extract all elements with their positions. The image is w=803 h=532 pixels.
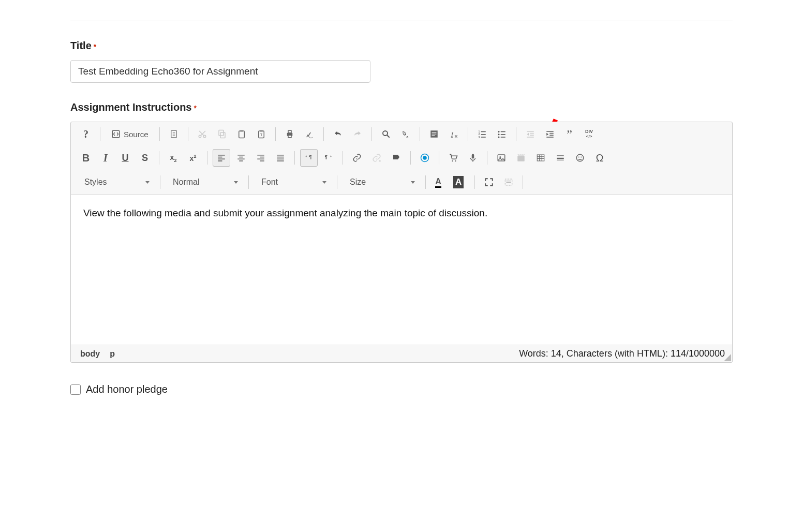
unlink-button[interactable]: [368, 149, 385, 167]
numbered-list-button[interactable]: 123: [473, 125, 491, 143]
outdent-button[interactable]: [522, 125, 539, 143]
text-color-button[interactable]: A: [431, 173, 449, 191]
instructions-label-text: Assignment Instructions: [70, 101, 191, 113]
divider: [410, 151, 411, 165]
cart-button[interactable]: [444, 149, 462, 167]
divider: [294, 151, 295, 165]
spellcheck-button[interactable]: [301, 125, 318, 143]
svg-rect-16: [260, 130, 263, 132]
title-label-text: Title: [70, 40, 92, 51]
divider: [420, 127, 420, 141]
paste-text-button[interactable]: T: [252, 125, 270, 143]
svg-rect-79: [517, 156, 525, 161]
replace-button[interactable]: ba: [397, 125, 414, 143]
path-p[interactable]: p: [110, 349, 115, 358]
svg-point-74: [452, 160, 453, 161]
svg-rect-13: [239, 131, 244, 138]
honor-pledge-checkbox[interactable]: [70, 385, 81, 395]
templates-button[interactable]: [165, 125, 183, 143]
subscript-button[interactable]: x2: [165, 149, 182, 167]
source-button[interactable]: Source: [106, 125, 154, 143]
anchor-button[interactable]: [388, 149, 405, 167]
undo-button[interactable]: [329, 125, 347, 143]
bold-button[interactable]: B: [77, 149, 95, 167]
show-blocks-button[interactable]: [500, 173, 517, 191]
styles-dropdown[interactable]: Styles: [77, 173, 155, 191]
align-right-button[interactable]: [252, 149, 270, 167]
align-left-button[interactable]: [213, 149, 230, 167]
svg-point-75: [455, 160, 456, 161]
divider: [160, 175, 160, 189]
help-button[interactable]: ?: [77, 125, 95, 143]
divider: [188, 127, 188, 141]
resize-grip[interactable]: [724, 354, 731, 361]
svg-point-90: [578, 157, 579, 158]
align-justify-button[interactable]: [272, 149, 289, 167]
maximize-button[interactable]: [480, 173, 498, 191]
horizontal-line-button[interactable]: [552, 149, 569, 167]
editor-content[interactable]: View the following media and submit your…: [71, 195, 732, 345]
image-button[interactable]: [493, 149, 510, 167]
link-button[interactable]: [348, 149, 366, 167]
divider: [425, 175, 426, 189]
divider: [275, 127, 276, 141]
indent-button[interactable]: [541, 125, 559, 143]
format-dropdown[interactable]: Normal: [166, 173, 243, 191]
movie-button[interactable]: [512, 149, 530, 167]
divider: [523, 175, 523, 189]
divider: [100, 127, 100, 141]
rtl-button[interactable]: ¶: [320, 149, 337, 167]
svg-rect-92: [505, 179, 513, 185]
emoji-button[interactable]: [571, 149, 589, 167]
italic-button[interactable]: I: [97, 149, 114, 167]
svg-line-22: [387, 135, 390, 138]
align-center-button[interactable]: [232, 149, 250, 167]
div-container-button[interactable]: DIV</>: [581, 125, 598, 143]
print-button[interactable]: [281, 125, 299, 143]
svg-text:I: I: [450, 131, 453, 138]
divider: [159, 151, 159, 165]
superscript-button[interactable]: x2: [184, 149, 202, 167]
record-media-button[interactable]: [416, 149, 434, 167]
divider: [439, 151, 439, 165]
special-char-button[interactable]: Ω: [591, 149, 608, 167]
bullet-list-button[interactable]: [493, 125, 511, 143]
rich-text-editor: ? Source T: [70, 122, 733, 363]
svg-text:T: T: [260, 133, 262, 137]
required-asterisk: *: [94, 42, 96, 51]
table-button[interactable]: [532, 149, 549, 167]
copy-button[interactable]: [213, 125, 231, 143]
cut-button[interactable]: [194, 125, 211, 143]
svg-point-38: [498, 131, 499, 132]
divider: [159, 127, 160, 141]
svg-text:a: a: [406, 135, 408, 139]
svg-rect-76: [472, 154, 474, 159]
font-dropdown[interactable]: Font: [254, 173, 332, 191]
honor-pledge-row: Add honor pledge: [70, 383, 733, 395]
honor-pledge-label[interactable]: Add honor pledge: [86, 383, 168, 395]
paste-button[interactable]: [233, 125, 250, 143]
svg-point-91: [581, 157, 582, 158]
mic-button[interactable]: [464, 149, 482, 167]
title-label: Title*: [70, 40, 733, 52]
path-body[interactable]: body: [80, 349, 100, 358]
svg-point-89: [576, 154, 584, 161]
ltr-button[interactable]: ¶: [300, 149, 318, 167]
divider: [343, 151, 343, 165]
svg-text:3: 3: [478, 136, 480, 139]
strike-button[interactable]: S: [136, 149, 154, 167]
svg-text:¶: ¶: [325, 154, 328, 159]
redo-button[interactable]: [349, 125, 366, 143]
element-path[interactable]: body p: [80, 349, 115, 359]
find-button[interactable]: [377, 125, 395, 143]
instructions-label: Assignment Instructions*: [70, 101, 733, 113]
size-dropdown[interactable]: Size: [343, 173, 420, 191]
svg-point-73: [423, 156, 427, 160]
svg-point-40: [498, 137, 499, 138]
title-input[interactable]: [70, 60, 370, 83]
blockquote-button[interactable]: ”: [561, 125, 578, 143]
remove-format-button[interactable]: I: [445, 125, 463, 143]
bg-color-button[interactable]: A: [451, 173, 469, 191]
underline-button[interactable]: U: [116, 149, 134, 167]
select-all-button[interactable]: [425, 125, 443, 143]
